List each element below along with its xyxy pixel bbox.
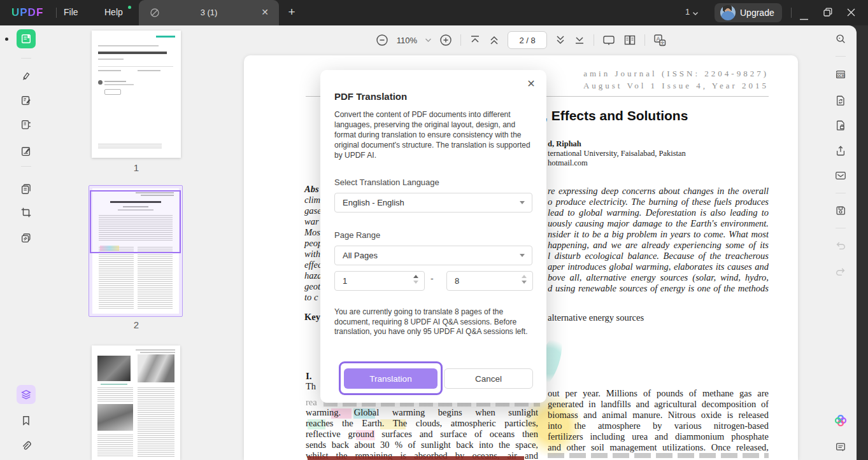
mini-figure-3 [97,404,133,431]
thumbnails-panel-icon[interactable] [17,385,36,404]
dialog-title: PDF Translation [334,91,407,102]
restore-button[interactable] [823,8,832,19]
upgrade-button[interactable]: Upgrade [715,3,782,22]
language-select[interactable]: English - English [334,193,532,213]
organize-tool-icon[interactable] [17,115,36,134]
keywords-fragment: alternative energy sources [548,312,644,323]
protect-icon[interactable] [831,116,850,135]
next-page-icon[interactable] [555,34,566,46]
faded-line-fragment: rea [306,397,317,408]
language-value: English - English [343,198,404,207]
mini-line [104,84,134,85]
zoom-out-icon[interactable] [376,34,388,46]
body-line: reflective ground surfaces and surface o… [306,429,538,440]
mini-line [138,70,160,71]
journal-header-line-2: August Vol 1 Issue 4, Year 2015 [518,81,769,91]
mini-column [99,247,134,309]
range-to-input[interactable]: 8 [446,271,533,291]
red-underline-annotation [308,456,524,460]
section-heading-fragment: I. [306,371,312,382]
zoom-in-icon[interactable] [439,34,452,46]
abstract-fragment: to c [304,292,322,303]
translation-button[interactable]: Translation [344,368,438,389]
abstract-line: o produce electricity. The burning of th… [548,197,769,207]
previous-page-icon[interactable] [489,34,499,46]
menu-file[interactable]: File [64,7,78,17]
body-line: sends back about 30 % of sunlight back i… [306,440,538,450]
crop-tool-icon[interactable] [17,203,36,222]
feedback-icon[interactable] [831,438,850,457]
first-page-icon[interactable] [469,35,481,45]
reader-tool-icon[interactable] [17,29,36,48]
last-page-icon[interactable] [574,35,585,45]
thumbnail-page-1[interactable] [92,31,181,158]
presentation-mode-icon[interactable] [602,34,615,46]
document-tab[interactable]: 3 (1) ✕ [139,0,279,25]
stepper-arrows[interactable] [522,275,527,284]
rail-divider [836,193,846,193]
upgrade-label: Upgrade [740,8,774,18]
pdf-translation-dialog: ✕ PDF Translation Convert the content of… [320,70,546,403]
rail-divider [21,58,31,59]
mail-icon[interactable] [831,166,850,185]
save-icon[interactable] [831,201,850,220]
journal-header-line-1: amin Journal (ISSN: 2204-9827) [518,69,769,79]
edit-tool-icon[interactable] [17,91,36,110]
abstract-line: happening, and we are already experienci… [548,240,769,251]
stepper-arrows[interactable] [413,275,418,284]
translate-icon[interactable]: A文 [653,34,666,46]
new-tab-button[interactable]: + [286,6,297,18]
body-line: fertilizers including urea and diammoniu… [548,431,769,442]
mini-line [104,81,126,82]
rail-divider [836,228,846,228]
share-icon[interactable] [831,141,850,160]
thumbnail-page-2-selected[interactable] [89,185,183,317]
undo-icon [831,236,850,255]
abstract-fragment: geot [304,281,322,292]
window-count-dropdown[interactable]: 1 [685,7,699,17]
abstract-fragment: effec [304,260,322,270]
close-window-button[interactable] [847,8,855,19]
extract-pages-icon[interactable] [17,179,36,199]
dialog-close-icon[interactable]: ✕ [525,78,537,90]
ocr-icon[interactable]: OCR [831,65,850,84]
abstract-line: aper introduces global warming, elaborat… [548,261,769,272]
body-line: out per year. Millions of pounds of meth… [548,388,769,399]
affiliation-fragment: ternational University, Faisalabad, Paki… [548,149,686,158]
thumbnail-page-3[interactable] [92,345,180,460]
two-page-view-icon[interactable] [623,34,636,46]
abstract-fragment: Mos [304,227,322,238]
menu-help[interactable]: Help [104,7,123,17]
clipped-line [548,453,769,458]
sign-tool-icon[interactable] [17,142,36,161]
avatar[interactable] [720,5,736,20]
sticky-notes-icon[interactable] [17,228,36,247]
page-range-select[interactable]: All Pages [334,246,532,265]
updf-logo: UPDF [11,6,43,19]
search-icon[interactable] [831,29,850,48]
mini-line [98,45,159,46]
annotate-tool-icon[interactable] [17,67,36,86]
ai-assistant-icon[interactable] [831,411,850,430]
zoom-dropdown-caret[interactable] [425,38,431,42]
viewport-indicator[interactable] [90,190,181,253]
mini-column [138,247,173,309]
range-from-input[interactable]: 1 [334,271,425,291]
attachments-panel-icon[interactable] [17,436,36,456]
abstract-line: uously causing major damage to the Earth… [548,218,769,229]
body-line: warming. Global warming begins when sunl… [306,407,538,418]
chevron-down-icon [520,254,525,257]
bookmarks-panel-icon[interactable] [17,411,36,430]
thumbnail-label-1: 1 [92,162,181,173]
mini-rule [98,66,173,67]
cancel-button[interactable]: Cancel [444,368,533,389]
mini-figure-2 [138,354,174,382]
convert-icon[interactable] [831,91,850,110]
page-number-input[interactable]: 2 / 8 [508,31,547,49]
titlebar-divider [791,8,792,18]
tab-close-icon[interactable]: ✕ [260,7,270,17]
language-label: Select Translation Language [334,178,439,187]
zoom-level[interactable]: 110% [397,36,417,45]
minimize-button[interactable] [800,11,808,23]
svg-text:OCR: OCR [837,74,844,78]
